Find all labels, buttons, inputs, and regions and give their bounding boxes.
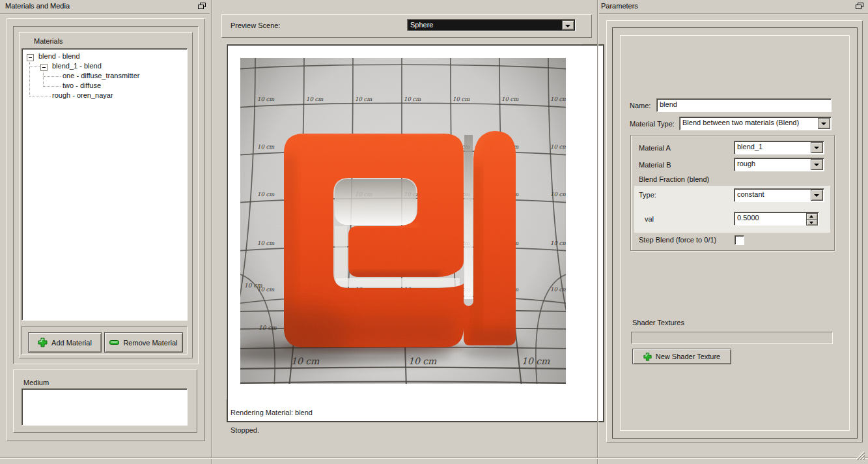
tree-expander-icon[interactable] — [40, 64, 48, 71]
val-value: 0.5000 — [737, 214, 805, 222]
medium-label: Medium — [23, 379, 49, 386]
step-blend-label: Step Blend (force to 0/1) — [639, 236, 716, 244]
blend-fraction-label: Blend Fraction (blend) — [639, 175, 709, 183]
application-window: Materials and Media Materials blend - bl… — [0, 0, 868, 464]
material-type-select[interactable]: Blend between two materials (Blend) — [679, 117, 832, 130]
material-type-value: Blend between two materials (Blend) — [682, 119, 818, 126]
val-label: val — [645, 215, 654, 223]
float-icon[interactable] — [198, 3, 206, 10]
step-blend-checkbox[interactable] — [735, 235, 744, 245]
spin-down-button[interactable] — [806, 219, 818, 225]
chevron-down-icon[interactable] — [562, 20, 574, 30]
chevron-down-icon[interactable] — [818, 118, 830, 129]
materials-label: Materials — [34, 37, 63, 45]
tree-item[interactable]: blend_1 - blend — [52, 62, 102, 70]
material-a-select[interactable]: blend_1 — [734, 141, 824, 154]
material-b-value: rough — [737, 160, 811, 167]
plus-icon — [38, 338, 48, 347]
val-spinbox[interactable]: 0.5000 — [734, 212, 819, 225]
resize-grip[interactable] — [853, 448, 865, 460]
rendering-status: Rendering Material: blend — [231, 409, 313, 416]
remove-material-button[interactable]: Remove Material — [104, 332, 183, 353]
tree-connector — [44, 86, 61, 87]
preview-scene-label: Preview Scene: — [231, 22, 280, 29]
float-icon[interactable] — [856, 3, 864, 10]
chevron-down-icon[interactable] — [811, 159, 823, 170]
chevron-down-icon[interactable] — [811, 142, 823, 153]
add-material-button[interactable]: Add Material — [28, 332, 102, 353]
material-preview-image: 10 cm10 cm10 cm10 cm10 cm10 cm10 cm10 cm… — [240, 58, 566, 384]
tree-item[interactable]: blend - blend — [38, 52, 80, 60]
chevron-down-icon[interactable] — [811, 190, 823, 201]
new-shader-texture-button[interactable]: New Shader Texture — [632, 349, 731, 364]
materials-tree[interactable]: blend - blendblend_1 - blendone - diffus… — [21, 48, 188, 321]
type-value: constant — [737, 190, 811, 198]
shader-textures-label: Shader Textures — [632, 319, 684, 326]
shader-textures-field[interactable] — [631, 332, 833, 344]
parameters-dock-titlebar: Parameters — [599, 0, 868, 13]
parameters-dock-title: Parameters — [601, 2, 638, 10]
preview-scene-value: Sphere — [410, 21, 562, 29]
type-select[interactable]: constant — [734, 188, 824, 202]
materials-dock-titlebar: Materials and Media — [0, 0, 210, 13]
tree-connector — [30, 66, 40, 68]
tree-connector — [29, 60, 31, 96]
material-b-select[interactable]: rough — [734, 158, 824, 171]
tree-item[interactable]: rough - oren_nayar — [52, 91, 113, 99]
minus-icon — [109, 340, 119, 345]
material-b-label: Material B — [639, 161, 671, 169]
engine-status: Stopped. — [231, 426, 259, 434]
material-a-value: blend_1 — [737, 143, 811, 151]
new-shader-texture-label: New Shader Texture — [656, 353, 720, 360]
type-label: Type: — [639, 191, 656, 199]
tree-item[interactable]: two - diffuse — [63, 81, 101, 89]
preview-scene-select[interactable]: Sphere — [407, 19, 576, 31]
materials-dock-title: Materials and Media — [5, 2, 70, 10]
plus-icon — [643, 353, 652, 361]
tree-item[interactable]: one - diffuse_transmitter — [63, 72, 139, 80]
add-material-label: Add Material — [51, 339, 92, 347]
tree-connector — [30, 96, 51, 97]
material-a-label: Material A — [639, 144, 671, 152]
name-label: Name: — [630, 102, 651, 109]
tree-connector — [43, 70, 44, 87]
medium-listbox[interactable] — [21, 388, 188, 426]
remove-material-label: Remove Material — [123, 339, 177, 347]
material-type-label: Material Type: — [630, 120, 675, 128]
preview-frame: 10 cm10 cm10 cm10 cm10 cm10 cm10 cm10 cm… — [226, 44, 581, 399]
tree-expander-icon[interactable] — [27, 54, 34, 61]
tree-connector — [44, 76, 61, 78]
name-field[interactable]: blend — [656, 98, 832, 112]
